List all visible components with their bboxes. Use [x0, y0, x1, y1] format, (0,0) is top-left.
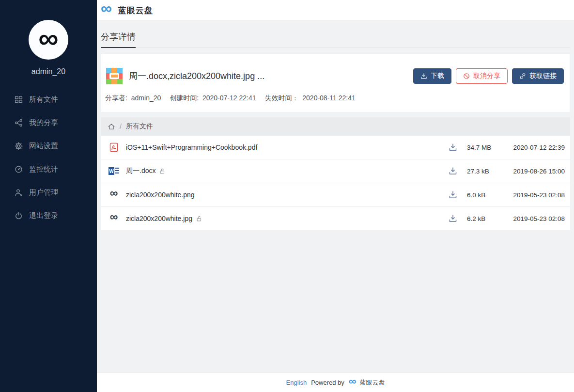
footer: English Powered by ∞ 蓝眼云盘 — [97, 373, 574, 392]
download-button-label: 下载 — [431, 72, 444, 80]
file-size: 6.2 kB — [467, 215, 508, 222]
gear-icon — [15, 142, 23, 150]
header-brand[interactable]: ∞ 蓝眼云盘 — [97, 0, 574, 21]
download-button[interactable]: 下载 — [413, 68, 451, 84]
expire-label: 失效时间： — [264, 94, 298, 102]
file-size: 6.0 kB — [467, 191, 508, 199]
breadcrumb-current[interactable]: 所有文件 — [126, 122, 153, 131]
created-value: 2020-07-12 22:41 — [202, 94, 256, 102]
sidebar-item-label: 所有文件 — [29, 95, 58, 104]
cancel-share-button[interactable]: 取消分享 — [456, 68, 508, 84]
infinity-logo-icon: ∞ — [101, 0, 112, 16]
sidebar-item-user-management[interactable]: 用户管理 — [0, 181, 97, 204]
infinity-logo-icon: ∞ — [349, 376, 357, 387]
file-date: 2020-07-12 22:39 — [508, 144, 565, 151]
word-file-icon: W — [108, 165, 120, 177]
share-meta: 分享者: admin_20 创建时间: 2020-07-12 22:41 失效时… — [101, 86, 570, 112]
language-link[interactable]: English — [286, 379, 307, 386]
sidebar-item-label: 监控统计 — [29, 165, 58, 174]
created-label: 创建时间: — [170, 94, 199, 102]
file-date: 2019-05-23 02:08 — [508, 215, 565, 222]
download-icon[interactable] — [449, 214, 457, 223]
pdf-file-icon — [108, 141, 120, 153]
link-icon — [519, 73, 526, 79]
file-size: 27.3 kB — [467, 168, 508, 175]
get-link-button-label: 获取链接 — [529, 72, 557, 80]
table-row[interactable]: W 周一.docx 27.3 kB 2019-08-26 15:00 — [101, 159, 570, 183]
download-icon[interactable] — [449, 143, 457, 152]
share-title: 周一.docx,zicla200x200white.jpg ... — [129, 70, 413, 82]
infinity-logo-icon: ∞ — [38, 24, 58, 52]
gauge-icon — [15, 165, 23, 173]
sidebar-item-label: 网站设置 — [29, 141, 58, 151]
share-icon — [15, 119, 23, 127]
sidebar-item-logout[interactable]: 退出登录 — [0, 204, 97, 227]
content: 分享详情 周一.docx,zicla200x200white.jpg ... — [97, 21, 574, 373]
app-window: ∞ admin_20 所有文件 我的分享 网站设置 监控统计 用户管理 退出登录… — [0, 0, 574, 392]
sidebar-item-label: 用户管理 — [29, 188, 58, 197]
user-icon — [15, 188, 23, 197]
footer-brand-label: 蓝眼云盘 — [359, 378, 385, 387]
file-list: iOS+11+Swift+Programming+Cookbook.pdf 34… — [101, 136, 570, 231]
file-date: 2019-08-26 15:00 — [508, 168, 565, 175]
infinity-file-icon: ∞ — [108, 213, 120, 224]
sidebar: ∞ admin_20 所有文件 我的分享 网站设置 监控统计 用户管理 退出登录 — [0, 0, 97, 392]
download-icon — [420, 73, 427, 79]
username: admin_20 — [0, 67, 97, 76]
download-icon[interactable] — [449, 190, 457, 199]
sidebar-item-label: 退出登录 — [29, 211, 58, 220]
file-size: 34.7 MB — [467, 144, 508, 151]
avatar: ∞ — [29, 20, 68, 60]
breadcrumb: / 所有文件 — [101, 117, 570, 136]
file-name[interactable]: iOS+11+Swift+Programming+Cookbook.pdf — [126, 143, 257, 151]
breadcrumb-separator: / — [120, 123, 122, 130]
sidebar-item-my-shares[interactable]: 我的分享 — [0, 111, 97, 134]
footer-brand-link[interactable]: ∞ 蓝眼云盘 — [349, 378, 385, 387]
sidebar-item-label: 我的分享 — [29, 118, 58, 127]
expire-value: 2020-08-11 22:41 — [302, 94, 356, 102]
page-heading-label: 分享详情 — [101, 31, 136, 48]
file-date: 2019-05-23 02:08 — [508, 191, 565, 199]
ban-icon — [463, 73, 470, 79]
share-detail-card: 周一.docx,zicla200x200white.jpg ... 下载 取消分… — [101, 53, 570, 112]
mosaic-archive-icon — [105, 66, 124, 86]
sidebar-item-site-settings[interactable]: 网站设置 — [0, 134, 97, 157]
home-icon[interactable] — [108, 123, 115, 130]
app-title: 蓝眼云盘 — [118, 5, 153, 16]
unlock-icon — [196, 216, 202, 222]
sharer-label: 分享者: — [105, 94, 127, 102]
sidebar-item-all-files[interactable]: 所有文件 — [0, 88, 97, 111]
sharer-value: admin_20 — [131, 94, 161, 102]
table-row[interactable]: iOS+11+Swift+Programming+Cookbook.pdf 34… — [101, 136, 570, 159]
file-name[interactable]: zicla200x200white.jpg — [126, 215, 192, 222]
sidebar-menu: 所有文件 我的分享 网站设置 监控统计 用户管理 退出登录 — [0, 88, 97, 227]
unlock-icon — [159, 168, 166, 174]
sidebar-item-monitor-stats[interactable]: 监控统计 — [0, 157, 97, 181]
page-heading: 分享详情 — [101, 31, 570, 48]
get-link-button[interactable]: 获取链接 — [512, 68, 564, 84]
cancel-share-button-label: 取消分享 — [473, 72, 500, 80]
table-row[interactable]: ∞ zicla200x200white.jpg 6.2 kB 2019-05-2… — [101, 207, 570, 231]
file-name[interactable]: zicla200x200white.png — [126, 191, 195, 199]
main-area: ∞ 蓝眼云盘 分享详情 周一.docx, — [97, 0, 574, 392]
power-icon — [15, 212, 23, 220]
table-row[interactable]: ∞ zicla200x200white.png 6.0 kB 2019-05-2… — [101, 183, 570, 207]
powered-by-label: Powered by — [311, 379, 344, 386]
download-icon[interactable] — [449, 167, 457, 175]
file-name[interactable]: 周一.docx — [126, 167, 155, 175]
infinity-file-icon: ∞ — [108, 189, 120, 201]
grid-icon — [15, 95, 23, 104]
